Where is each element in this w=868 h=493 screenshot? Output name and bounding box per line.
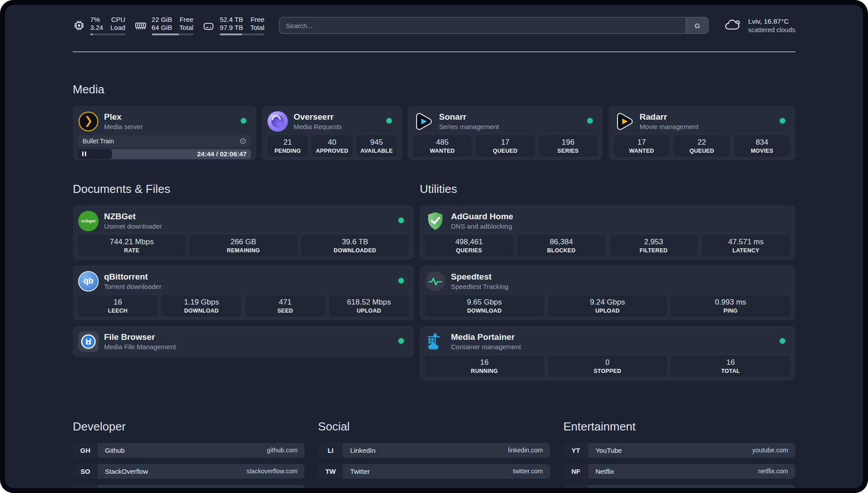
stat-movies: 834MOVIES <box>734 135 790 157</box>
bookmark-github[interactable]: GH Github github.com <box>73 443 305 458</box>
service-description: Media File Management <box>104 343 176 351</box>
radarr-icon <box>614 111 634 132</box>
group-documents: Documents & Files nzbget NZBGet Usenet d… <box>73 173 414 380</box>
service-name: NZBGet <box>104 211 162 221</box>
speedtest-icon <box>425 271 446 292</box>
stat-download: 9.65 GbpsDOWNLOAD <box>425 295 544 317</box>
stat-wanted: 485WANTED <box>413 135 472 157</box>
service-name: Media Portainer <box>451 332 521 342</box>
stat-queries: 498,461QUERIES <box>425 235 513 256</box>
now-playing-title: Bullet Train <box>83 138 114 145</box>
bookmark-group-developer: Developer GH Github github.com SO StackO… <box>73 410 305 488</box>
cpu-progress-bar <box>90 33 125 36</box>
weather-condition: scattered clouds <box>748 26 795 34</box>
hard-drive-icon <box>202 19 215 32</box>
window-frame: 7%3.24 CPULoad 22 GiB64 GiB <box>0 0 868 493</box>
stat-approved: 40APPROVED <box>312 135 352 157</box>
service-description: Media server <box>104 122 143 131</box>
service-card-qbittorrent[interactable]: qb qBittorrent Torrent downloader 16LEEC… <box>73 266 414 320</box>
stat-upload: 9.24 GbpsUPLOAD <box>548 295 667 317</box>
status-dot <box>587 118 593 124</box>
stat-upload: 618.52 MbpsUPLOAD <box>330 295 409 317</box>
weather-location-temp: Lviv, 16.87°C <box>748 17 795 26</box>
service-card-adguard[interactable]: AdGuard Home DNS and adblocking 498,461Q… <box>420 205 795 260</box>
adguard-icon <box>425 211 446 231</box>
memory-progress-bar <box>152 33 194 36</box>
stat-latency: 47.571 msLATENCY <box>702 235 790 256</box>
playback-time: 24:44 / 02:06:47 <box>197 150 251 158</box>
group-title-utilities: Utilities <box>420 182 795 196</box>
service-description: Torrent downloader <box>104 282 161 291</box>
sonarr-icon <box>413 111 434 132</box>
disk-free-value: 52.4 TB <box>220 16 243 24</box>
scattered-clouds-icon <box>723 17 742 33</box>
header-divider <box>73 51 795 52</box>
bookmark-linkedin[interactable]: LI LinkedIn linkedin.com <box>318 443 550 458</box>
dashboard-app: 7%3.24 CPULoad 22 GiB64 GiB <box>5 5 863 488</box>
service-name: Sonarr <box>439 112 499 122</box>
memory-total-value: 64 GiB <box>152 24 172 32</box>
service-description: Movie management <box>640 122 699 131</box>
service-name: Radarr <box>640 112 699 122</box>
service-card-radarr[interactable]: Radarr Movie management 17WANTED 22QUEUE… <box>609 106 795 160</box>
service-description: Container management <box>451 343 521 351</box>
stat-download: 1.19 GbpsDOWNLOAD <box>162 295 242 317</box>
status-dot <box>241 118 246 124</box>
stat-available: 945AVAILABLE <box>357 135 397 157</box>
search-provider-button[interactable]: G <box>686 17 708 33</box>
service-name: qBittorrent <box>104 272 161 282</box>
bookmark-stackoverflow[interactable]: SO StackOverflow stackoverflow.com <box>73 464 305 479</box>
stat-rate: 744.21 MbpsRATE <box>78 235 185 256</box>
bookmark-name: Twitter <box>343 464 370 479</box>
service-card-overseerr[interactable]: Overseerr Media Requests 21PENDING 40APP… <box>262 106 402 160</box>
stat-running: 16RUNNING <box>425 355 544 377</box>
stat-filtered: 2,953FILTERED <box>610 235 698 256</box>
bookmark-url: netflix.com <box>758 464 795 479</box>
qbittorrent-icon: qb <box>78 271 99 292</box>
bookmark-url: twitter.com <box>513 464 550 479</box>
bookmark-name: Reddit <box>588 485 615 488</box>
portainer-icon <box>425 331 446 352</box>
top-bar: 7%3.24 CPULoad 22 GiB64 GiB <box>73 16 795 35</box>
service-name: Plex <box>104 112 143 122</box>
group-title-documents: Documents & Files <box>73 182 414 196</box>
bookmark-abbr: NF <box>563 464 588 479</box>
bookmark-reddit[interactable]: RE Reddit reddit.com <box>563 485 795 488</box>
status-dot <box>398 278 404 284</box>
bookmark-group-entertainment: Entertainment YT YouTube youtube.com NF … <box>563 410 795 488</box>
bookmark-abbr: YT <box>563 443 588 458</box>
service-card-filebrowser[interactable]: File Browser Media File Management <box>73 326 414 357</box>
status-dot <box>780 118 785 124</box>
service-card-speedtest[interactable]: Speedtest Speedtest Tracking 9.65 GbpsDO… <box>420 266 795 320</box>
bookmark-youtube[interactable]: YT YouTube youtube.com <box>563 443 795 458</box>
bookmark-name: LinkedIn <box>343 443 376 458</box>
plex-icon <box>78 111 99 132</box>
free-label: Free <box>179 16 193 24</box>
bookmark-group-title: Developer <box>73 420 305 433</box>
bookmark-url: reddit.com <box>759 485 795 488</box>
bookmark-dev[interactable]: DT DEV dev.to <box>73 485 305 488</box>
service-card-sonarr[interactable]: Sonarr Series management 485WANTED 17QUE… <box>408 106 602 160</box>
stat-ping: 0.993 msPING <box>671 295 790 317</box>
service-card-plex[interactable]: Plex Media server Bullet Train <box>73 106 256 160</box>
service-card-portainer[interactable]: Media Portainer Container management 16R… <box>420 326 795 380</box>
bookmark-abbr: SO <box>73 464 98 479</box>
disk-total-value: 97.9 TB <box>220 24 243 32</box>
weather-widget: Lviv, 16.87°C scattered clouds <box>723 17 795 34</box>
filebrowser-icon <box>78 331 99 352</box>
bookmark-netflix[interactable]: NF Netflix netflix.com <box>563 464 795 479</box>
overseerr-icon <box>267 111 288 132</box>
now-playing-widget: Bullet Train 24:44 / 02:06:47 <box>78 135 251 159</box>
status-dot <box>398 217 404 223</box>
load-label: Load <box>110 24 125 32</box>
bookmark-group-title: Entertainment <box>563 420 795 433</box>
search-input[interactable] <box>280 22 686 29</box>
dashboard: 7%3.24 CPULoad 22 GiB64 GiB <box>0 0 868 493</box>
media-options-icon[interactable] <box>239 138 246 145</box>
bookmark-name: StackOverflow <box>98 464 148 479</box>
service-card-nzbget[interactable]: nzbget NZBGet Usenet downloader 744.21 M… <box>73 205 414 260</box>
total-label: Total <box>179 24 193 32</box>
service-name: File Browser <box>104 332 176 342</box>
stat-remaining: 266 GBREMAINING <box>190 235 297 256</box>
bookmark-twitter[interactable]: TW Twitter twitter.com <box>318 464 550 479</box>
